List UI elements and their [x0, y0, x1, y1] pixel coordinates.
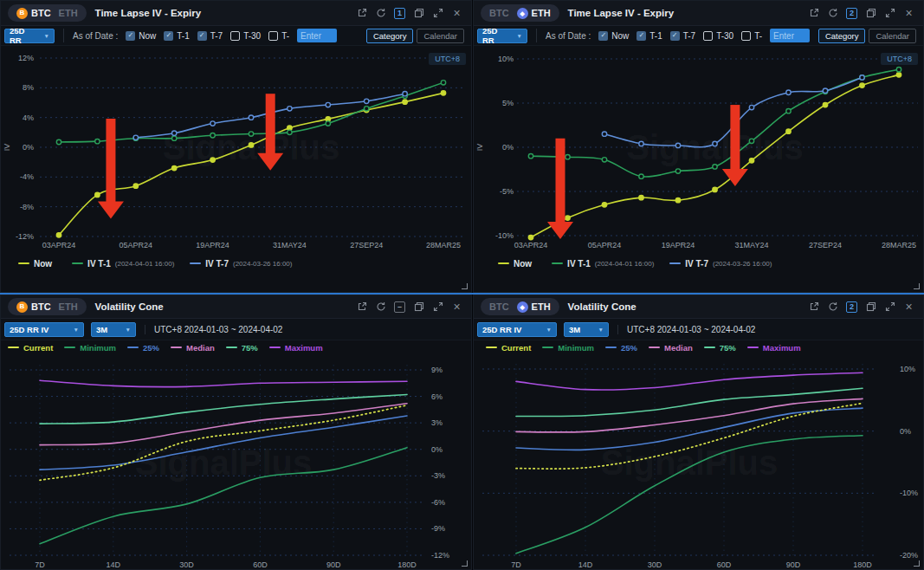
refresh-icon[interactable]: [827, 8, 838, 19]
legend-dash: [190, 262, 201, 265]
asof-tcustom-checkbox[interactable]: T-: [741, 31, 762, 41]
asof-t30-checkbox[interactable]: T-30: [230, 31, 261, 41]
view-calendar-button[interactable]: Calendar: [417, 29, 464, 43]
t-custom-input[interactable]: [770, 29, 810, 42]
open-in-new-icon[interactable]: [808, 8, 819, 19]
legend-dash: [127, 347, 139, 349]
asof-tcustom-checkbox[interactable]: T-: [268, 31, 289, 41]
asset-btc-tab[interactable]: BBTC: [16, 301, 51, 313]
legend-median[interactable]: Median: [171, 343, 215, 353]
fullscreen-icon[interactable]: [432, 8, 443, 19]
asset-btc-tab[interactable]: BTC: [489, 302, 509, 312]
eth-icon: ◆: [517, 301, 528, 313]
legend-minimum[interactable]: Minimum: [64, 343, 116, 353]
tenor-dropdown[interactable]: 3M▼: [564, 322, 609, 337]
asof-t30-checkbox[interactable]: T-30: [703, 31, 733, 41]
iv-expiry-chart[interactable]: 12%8%4%0%-4%-8%-12%03APR2405APR2419APR24…: [1, 46, 472, 254]
t-custom-input[interactable]: [297, 29, 337, 42]
open-in-new-icon[interactable]: [808, 301, 819, 313]
chart-wrap: 12%8%4%0%-4%-8%-12%03APR2405APR2419APR24…: [1, 46, 471, 254]
legend-iv-t1[interactable]: IV T-1(2024-04-01 16:00): [72, 259, 174, 269]
asset-eth-tab[interactable]: ETH: [59, 302, 78, 312]
asset-btc-tab[interactable]: BTC: [489, 9, 509, 18]
asset-btc-tab[interactable]: BBTC: [16, 8, 51, 19]
group-number-icon[interactable]: 2: [846, 301, 857, 313]
tenor-dropdown[interactable]: 3M▼: [91, 322, 136, 337]
refresh-icon[interactable]: [375, 301, 386, 313]
view-category-button[interactable]: Category: [366, 29, 414, 43]
duplicate-icon[interactable]: [865, 8, 876, 19]
view-calendar-button[interactable]: Calendar: [869, 29, 916, 43]
asof-t7-checkbox[interactable]: ✓T-7: [197, 31, 223, 41]
refresh-icon[interactable]: [827, 301, 838, 313]
legend-iv-t1[interactable]: IV T-1(2024-04-01 16:00): [552, 259, 654, 269]
panel-controls: 25D RR▼ As of Date : ✓Now ✓T-1 ✓T-7 T-30…: [1, 26, 471, 46]
metric-dropdown-value: 25D RR IV: [482, 325, 521, 334]
open-in-new-icon[interactable]: [356, 8, 367, 19]
svg-text:28MAR25: 28MAR25: [882, 241, 916, 249]
asof-now-checkbox[interactable]: ✓Now: [126, 31, 156, 41]
close-icon[interactable]: ×: [451, 8, 462, 19]
close-icon[interactable]: ×: [903, 301, 914, 313]
open-in-new-icon[interactable]: [356, 301, 367, 313]
close-icon[interactable]: ×: [903, 8, 914, 19]
asof-t7-checkbox[interactable]: ✓T-7: [670, 31, 695, 41]
svg-text:0%: 0%: [431, 445, 443, 454]
resize-handle[interactable]: [462, 560, 468, 567]
asset-eth-tab[interactable]: ETH: [59, 9, 78, 18]
asof-now-checkbox[interactable]: ✓Now: [598, 31, 629, 41]
tenor-dropdown-value: 3M: [96, 325, 107, 334]
asof-t1-checkbox[interactable]: ✓T-1: [164, 31, 189, 41]
duplicate-icon[interactable]: [413, 301, 424, 313]
legend-iv-t7[interactable]: IV T-7(2024-03-26 16:00): [669, 259, 772, 269]
volatility-cone-chart[interactable]: 10%0%-10%-20%7D14D30D60D90D180DSignalPlu…: [474, 354, 924, 570]
legend-p75[interactable]: 75%: [704, 343, 736, 353]
chevron-down-icon: ▼: [74, 327, 79, 333]
legend-iv-t7[interactable]: IV T-7(2024-03-26 16:00): [190, 259, 292, 269]
view-category-button[interactable]: Category: [818, 29, 866, 43]
metric-dropdown[interactable]: 25D RR IV▼: [4, 322, 84, 337]
panel-eth-volatility-cone: BTC ◆ETH Volatility Cone 2 × 25D RR IV▼ …: [473, 295, 924, 570]
resize-handle[interactable]: [914, 560, 920, 567]
legend-maximum[interactable]: Maximum: [269, 343, 323, 353]
refresh-icon[interactable]: [375, 8, 386, 19]
legend-now[interactable]: Now: [498, 259, 536, 269]
fullscreen-icon[interactable]: [884, 8, 895, 19]
metric-dropdown[interactable]: 25D RR IV▼: [477, 322, 557, 337]
svg-text:7D: 7D: [35, 560, 45, 569]
as-of-date-group: As of Date : ✓Now ✓T-1 ✓T-7 T-30 T-: [63, 29, 337, 42]
legend-median[interactable]: Median: [649, 343, 693, 353]
eth-icon: ◆: [517, 8, 528, 19]
legend-maximum[interactable]: Maximum: [747, 343, 801, 353]
group-number-icon[interactable]: –: [394, 301, 405, 313]
legend-current[interactable]: Current: [486, 343, 531, 353]
iv-expiry-chart[interactable]: 10%5%0%-5%-10%03APR2405APR2419APR2431MAY…: [474, 46, 924, 254]
legend-current[interactable]: Current: [8, 343, 53, 353]
as-of-date-label: As of Date :: [546, 31, 591, 41]
fullscreen-icon[interactable]: [884, 301, 895, 313]
duplicate-icon[interactable]: [413, 8, 424, 19]
asset-eth-tab[interactable]: ◆ETH: [517, 8, 551, 19]
legend-p25[interactable]: 25%: [605, 343, 637, 353]
volatility-cone-chart[interactable]: 9%6%3%0%-3%-6%-9%-12%7D14D30D60D90D180DS…: [1, 354, 472, 570]
window-icons: 1 ×: [356, 8, 462, 19]
legend-now[interactable]: Now: [18, 259, 56, 269]
duplicate-icon[interactable]: [865, 301, 876, 313]
legend-p25[interactable]: 25%: [127, 343, 159, 353]
group-number-icon[interactable]: 1: [394, 8, 405, 19]
fullscreen-icon[interactable]: [432, 301, 443, 313]
metric-dropdown[interactable]: 25D RR▼: [477, 29, 527, 43]
resize-handle[interactable]: [462, 283, 468, 289]
close-icon[interactable]: ×: [451, 301, 462, 313]
legend-minimum[interactable]: Minimum: [542, 343, 594, 353]
legend-dash: [171, 347, 182, 349]
svg-text:05APR24: 05APR24: [588, 241, 622, 249]
asset-eth-tab[interactable]: ◆ETH: [517, 301, 551, 313]
resize-handle[interactable]: [914, 283, 920, 289]
asof-t1-checkbox[interactable]: ✓T-1: [636, 31, 662, 41]
metric-dropdown-value: 25D RR: [10, 26, 39, 45]
svg-text:-10%: -10%: [495, 231, 514, 240]
group-number-icon[interactable]: 2: [846, 8, 857, 19]
metric-dropdown[interactable]: 25D RR▼: [4, 29, 55, 43]
legend-p75[interactable]: 75%: [226, 343, 258, 353]
